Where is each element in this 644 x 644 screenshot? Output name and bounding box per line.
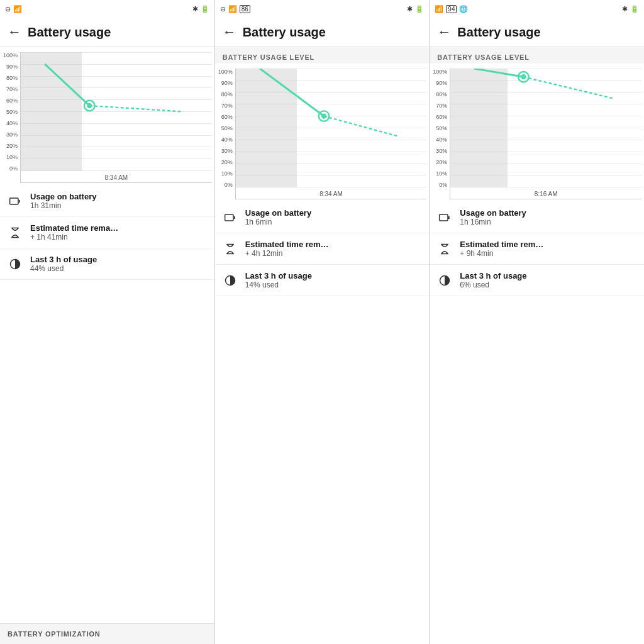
wifi-icon: 📶 [435,5,443,13]
y-axis: 100%90%80%70%60%50%40%30%20%10%0% [215,69,235,199]
y-axis-label: 60% [436,114,447,120]
y-axis-label: 40% [436,136,447,143]
battery-icon-status: 🔋 [630,5,639,13]
info-row-0: Usage on battery 1h 31min [0,186,214,217]
y-axis-label: 60% [221,114,233,120]
status-bar: 📶 94 🌐 ✱ 🔋 [430,0,644,18]
row-title-0: Usage on battery [460,208,526,218]
y-axis-label: 30% [6,131,18,138]
phone-panel-3: 📶 94 🌐 ✱ 🔋 ← Battery usageBATTERY USAGE … [430,0,644,644]
y-axis-label: 0% [439,182,447,188]
y-axis-label: 70% [436,103,447,109]
row-text-1: Estimated time rem… + 4h 12min [245,240,329,258]
y-axis-label: 50% [6,109,18,115]
chart-plot: 8:34 AM [20,52,212,183]
row-subtitle-2: 14% used [245,280,312,289]
row-text-0: Usage on battery 1h 6min [245,208,311,226]
bluetooth-icon: ✱ [192,5,198,13]
y-axis-label: 80% [221,91,233,97]
y-axis-label: 0% [225,182,233,188]
half-circle-icon [438,274,451,287]
row-subtitle-0: 1h 31min [30,201,96,210]
status-bar: ⊖ 📶 86 ✱ 🔋 [215,0,430,18]
back-button[interactable]: ← [437,24,451,40]
row-title-2: Last 3 h of usage [460,271,526,280]
bluetooth-icon: ✱ [622,5,628,13]
status-left: ⊖ 📶 86 [220,5,250,13]
svg-point-11 [521,74,526,79]
y-axis-label: 50% [221,125,233,131]
row-icon-0 [8,194,23,209]
row-subtitle-0: 1h 16min [460,218,526,226]
row-text-2: Last 3 h of usage 14% used [245,271,312,289]
y-axis-label: 100% [433,69,447,75]
wifi-icon: 📶 [228,5,237,13]
row-text-1: Estimated time rem… + 9h 4min [460,240,543,258]
y-axis-label: 10% [6,154,18,160]
row-title-2: Last 3 h of usage [30,255,97,264]
battery-chart: 100%90%80%70%60%50%40%30%20%10%0% 8:34 A… [215,64,430,202]
y-axis: 100%90%80%70%60%50%40%30%20%10%0% [0,52,20,183]
info-row-2: Last 3 h of usage 6% used [430,265,644,296]
battery-chart: 100%90%80%70%60%50%40%30%20%10%0% 8:16 A… [430,64,644,202]
half-circle-icon [224,274,236,287]
y-axis-label: 40% [6,120,18,126]
row-subtitle-1: + 1h 41min [30,233,118,242]
chart-plot: 8:34 AM [235,69,427,199]
half-circle-icon [9,258,21,270]
y-axis-label: 100% [3,52,18,58]
y-axis-label: 10% [221,170,233,177]
row-text-2: Last 3 h of usage 6% used [460,271,526,289]
page-header: ← Battery usage [215,18,430,47]
status-right: ✱ 🔋 [407,5,424,13]
y-axis-label: 70% [6,86,18,92]
back-button[interactable]: ← [8,24,21,40]
status-right: ✱ 🔋 [622,5,639,13]
info-row-1: Estimated time rem… + 4h 12min [215,233,430,265]
info-section: Usage on battery 1h 16min Estimated time… [430,202,644,644]
back-button[interactable]: ← [223,24,236,40]
do-not-disturb-icon: ⊖ [220,5,226,13]
signal-strength: 86 [240,5,250,13]
status-bar: ⊖ 📶 ✱ 🔋 [0,0,214,18]
row-subtitle-1: + 4h 12min [245,249,329,258]
row-title-0: Usage on battery [245,208,311,218]
do-not-disturb-icon: ⊖ [5,5,11,13]
hourglass-icon [224,243,236,255]
y-axis-label: 70% [221,103,233,109]
info-section: Usage on battery 1h 31min Estimated time… [0,186,214,623]
info-row-2: Last 3 h of usage 14% used [215,265,430,296]
svg-point-1 [87,103,92,108]
section-label: BATTERY USAGE LEVEL [430,47,644,64]
row-icon-0 [437,210,452,225]
row-title-1: Estimated time rem… [460,240,543,249]
row-subtitle-0: 1h 6min [245,218,311,226]
row-title-2: Last 3 h of usage [245,271,312,280]
row-text-2: Last 3 h of usage 44% used [30,255,97,273]
status-left: 📶 94 🌐 [435,5,468,13]
page-title: Battery usage [457,25,540,40]
section-label: BATTERY USAGE LEVEL [215,47,430,64]
row-subtitle-1: + 9h 4min [460,249,543,258]
phone-panel-1: ⊖ 📶 ✱ 🔋 ← Battery usage 100%90%80%70%60%… [0,0,215,644]
status-right: ✱ 🔋 [192,5,209,13]
row-icon-2 [8,257,23,272]
y-axis-label: 30% [221,148,233,154]
page-title: Battery usage [28,25,111,40]
y-axis-label: 60% [6,97,18,104]
page-header: ← Battery usage [0,18,214,47]
info-row-1: Estimated time rem… + 9h 4min [430,233,644,265]
time-label: 8:34 AM [21,174,212,181]
y-axis-label: 20% [221,159,233,165]
hourglass-icon [438,243,451,255]
hourglass-icon [9,226,21,239]
y-axis-label: 40% [221,136,233,143]
phone-panel-2: ⊖ 📶 86 ✱ 🔋 ← Battery usageBATTERY USAGE … [215,0,430,644]
battery-optimization-label: BATTERY OPTIMIZATION [0,623,214,644]
y-axis-label: 30% [436,148,447,154]
time-label: 8:34 AM [236,191,427,197]
battery-icon-status: 🔋 [201,5,209,13]
wifi-icon: 📶 [13,5,22,13]
row-icon-1 [8,225,23,240]
y-axis-label: 80% [436,91,447,97]
